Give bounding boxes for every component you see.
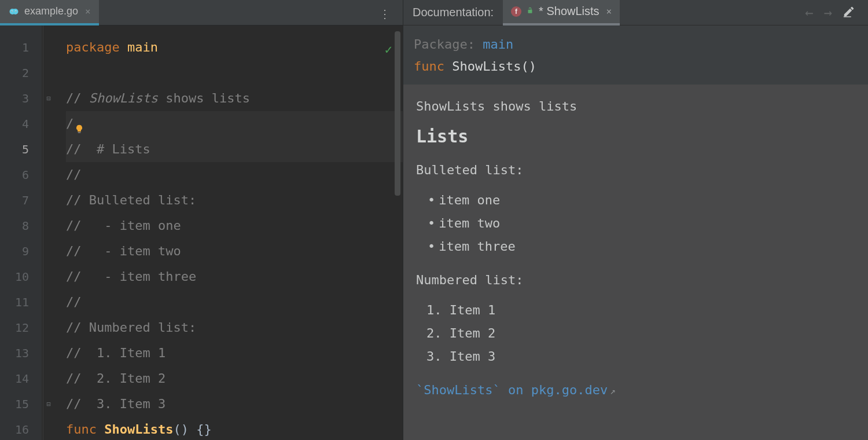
code-line[interactable]: // 1. Item 1 bbox=[66, 340, 403, 366]
function-badge-icon: f bbox=[511, 6, 521, 17]
line-number: 15 bbox=[0, 391, 42, 417]
code-line[interactable]: package main bbox=[66, 35, 403, 60]
svg-rect-7 bbox=[844, 16, 851, 17]
code-line[interactable]: // # Lists bbox=[66, 137, 403, 162]
doc-summary: ShowLists shows lists bbox=[416, 95, 855, 118]
line-number: 16 bbox=[0, 417, 42, 440]
status-ok-icon[interactable]: ✓ bbox=[385, 37, 392, 63]
code-line[interactable]: // 3. Item 3 bbox=[66, 391, 403, 417]
list-item: Item 3 bbox=[426, 345, 855, 368]
code-line[interactable]: // Bulleted list: bbox=[66, 188, 403, 213]
code-line[interactable]: // - item one bbox=[66, 213, 403, 239]
external-link-icon: ↗ bbox=[610, 386, 616, 397]
bulleted-title: Bulleted list: bbox=[416, 159, 855, 182]
svg-point-4 bbox=[12, 10, 12, 11]
line-number: 14 bbox=[0, 366, 42, 391]
line-number: 1 bbox=[0, 35, 42, 60]
code-line[interactable]: // ShowLists shows lists bbox=[66, 86, 403, 111]
unlock-icon bbox=[526, 6, 534, 17]
line-number: 5 bbox=[0, 137, 42, 162]
doc-external-link[interactable]: `ShowLists` on pkg.go.dev↗ bbox=[416, 379, 855, 403]
list-item: item three bbox=[428, 235, 855, 258]
back-icon[interactable]: ← bbox=[805, 5, 813, 21]
code-area[interactable]: ✓ package main// ShowLists shows lists//… bbox=[56, 25, 403, 440]
fold-toggle-icon[interactable]: ⊟ bbox=[42, 86, 56, 111]
doc-tab[interactable]: f * ShowLists × bbox=[503, 0, 620, 25]
file-tab-label: example.go bbox=[24, 5, 78, 17]
doc-nav: ← → bbox=[805, 5, 868, 21]
line-number: 7 bbox=[0, 188, 42, 213]
list-item: Item 1 bbox=[426, 299, 855, 322]
svg-rect-6 bbox=[78, 132, 81, 133]
editor-tab-bar: example.go × ⋮ bbox=[0, 0, 403, 25]
line-number: 3 bbox=[0, 86, 42, 111]
fold-toggle-icon[interactable]: ⊟ bbox=[42, 391, 56, 417]
close-icon[interactable]: × bbox=[606, 6, 612, 17]
svg-point-1 bbox=[13, 9, 19, 14]
code-line[interactable]: / bbox=[66, 111, 403, 137]
tab-menu-icon[interactable]: ⋮ bbox=[379, 7, 391, 21]
code-line[interactable]: // Numbered list: bbox=[66, 315, 403, 340]
scrollbar[interactable] bbox=[395, 31, 400, 196]
line-number: 12 bbox=[0, 315, 42, 340]
code-line[interactable]: // bbox=[66, 289, 403, 315]
line-number: 8 bbox=[0, 213, 42, 239]
line-number: 6 bbox=[0, 162, 42, 188]
fold-column: ⊟⊟ bbox=[42, 25, 56, 440]
list-item: item two bbox=[428, 212, 855, 235]
doc-body[interactable]: ShowLists shows lists Lists Bulleted lis… bbox=[403, 85, 868, 440]
signature-name: ShowLists() bbox=[444, 59, 536, 74]
line-number: 13 bbox=[0, 340, 42, 366]
numbered-title: Numbered list: bbox=[416, 269, 855, 292]
editor-body[interactable]: 12345678910111213141516 ⊟⊟ ✓ package mai… bbox=[0, 25, 403, 440]
package-label: Package: bbox=[414, 37, 475, 52]
bulleted-list: item oneitem twoitem three bbox=[428, 189, 855, 258]
list-item: Item 2 bbox=[426, 322, 855, 345]
signature-keyword: func bbox=[414, 59, 444, 74]
code-line[interactable]: // - item three bbox=[66, 264, 403, 289]
forward-icon[interactable]: → bbox=[824, 5, 832, 21]
line-number: 10 bbox=[0, 264, 42, 289]
line-number: 11 bbox=[0, 289, 42, 315]
file-tab[interactable]: example.go × bbox=[0, 0, 99, 25]
line-number: 2 bbox=[0, 60, 42, 86]
doc-tab-label: * ShowLists bbox=[539, 5, 599, 18]
go-file-icon bbox=[8, 6, 20, 17]
line-number-gutter: 12345678910111213141516 bbox=[0, 25, 42, 440]
intention-bulb-icon[interactable] bbox=[73, 119, 85, 130]
edit-icon[interactable] bbox=[843, 5, 855, 20]
numbered-list: Item 1Item 2Item 3 bbox=[426, 299, 855, 368]
doc-signature: Package: main func ShowLists() bbox=[403, 25, 868, 85]
close-icon[interactable]: × bbox=[85, 6, 91, 17]
list-item: item one bbox=[428, 189, 855, 212]
doc-header: Documentation: f * ShowLists × ← → bbox=[403, 0, 868, 25]
line-number: 4 bbox=[0, 111, 42, 137]
code-line[interactable]: // bbox=[66, 162, 403, 188]
line-number: 9 bbox=[0, 239, 42, 264]
doc-panel-title: Documentation: bbox=[413, 6, 494, 19]
svg-point-5 bbox=[16, 10, 16, 11]
documentation-pane: Documentation: f * ShowLists × ← → Packa… bbox=[403, 0, 868, 440]
package-link[interactable]: main bbox=[483, 37, 513, 52]
doc-heading: Lists bbox=[416, 125, 855, 148]
code-line[interactable]: // - item two bbox=[66, 239, 403, 264]
code-line[interactable]: // 2. Item 2 bbox=[66, 366, 403, 391]
code-line[interactable]: func ShowLists() {} bbox=[66, 417, 403, 440]
code-line[interactable] bbox=[66, 60, 403, 86]
editor-pane: example.go × ⋮ 12345678910111213141516 ⊟… bbox=[0, 0, 403, 440]
